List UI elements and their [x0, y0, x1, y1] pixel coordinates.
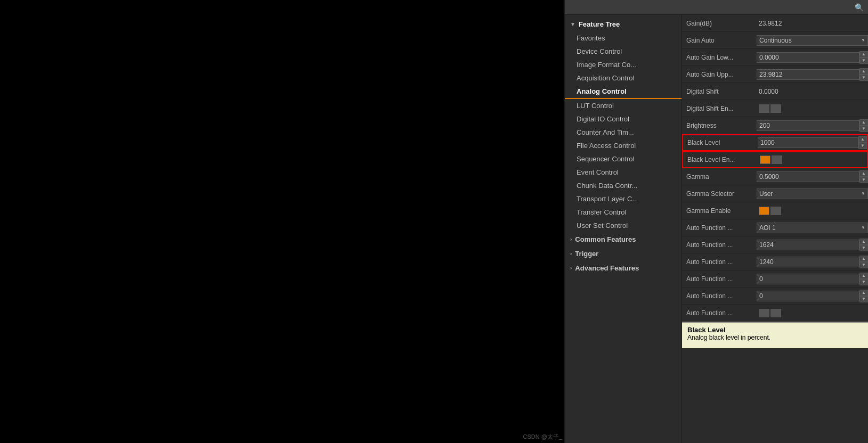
- prop-spinner-container-15: ▲▼: [757, 273, 868, 285]
- prop-toggle-17[interactable]: [757, 308, 868, 318]
- prop-spinner-down-9[interactable]: ▼: [859, 177, 868, 183]
- prop-spinner-down-16[interactable]: ▼: [859, 296, 868, 302]
- main-canvas: CSDN @太子_: [0, 0, 564, 443]
- tree-item-user-set-control[interactable]: User Set Control: [565, 219, 682, 232]
- prop-spinner-btns-14: ▲▼: [859, 256, 868, 268]
- prop-row-15: Auto Function ...▲▼: [682, 270, 868, 288]
- prop-row-17: Auto Function ...: [682, 305, 868, 322]
- prop-spinner-container-6: ▲▼: [757, 119, 868, 132]
- prop-row-14: Auto Function ...▲▼: [682, 253, 868, 270]
- toggle-part-2-5: [770, 104, 781, 113]
- tree-item-sequencer-control[interactable]: Sequencer Control: [565, 152, 682, 166]
- prop-spinner-input-16[interactable]: [757, 291, 859, 301]
- prop-label-0: Gain(dB): [682, 18, 757, 29]
- prop-spinner-down-14[interactable]: ▼: [859, 262, 868, 268]
- tree-item-event-control[interactable]: Event Control: [565, 166, 682, 179]
- prop-spinner-up-7[interactable]: ▲: [858, 136, 867, 143]
- prop-spinner-down-15[interactable]: ▼: [859, 279, 868, 285]
- prop-select-container-12[interactable]: AOI 1▼: [757, 223, 868, 233]
- prop-row-11: Gamma Enable: [682, 202, 868, 219]
- tree-item-lut-control[interactable]: LUT Control: [565, 99, 682, 112]
- toggle-part-1-5: [759, 104, 769, 113]
- prop-toggle-orange-switch-11[interactable]: [759, 207, 866, 215]
- prop-spinner-down-7[interactable]: ▼: [858, 143, 867, 149]
- prop-select-value-10: User: [759, 190, 773, 198]
- prop-spinner-input-3[interactable]: [757, 69, 859, 80]
- properties-panel: Gain(dB)23.9812Gain AutoContinuous▼Auto …: [682, 15, 868, 443]
- prop-spinner-up-14[interactable]: ▲: [859, 256, 868, 262]
- search-icon[interactable]: 🔍: [855, 3, 864, 12]
- group-chevron: ›: [570, 236, 572, 242]
- prop-toggle-orange-8[interactable]: [758, 154, 867, 165]
- prop-spinner-container-2: ▲▼: [757, 51, 868, 64]
- tree-item-acquisition-control[interactable]: Acquisition Control: [565, 71, 682, 85]
- prop-spinner-btns-15: ▲▼: [859, 273, 868, 285]
- tree-item-transfer-control[interactable]: Transfer Control: [565, 206, 682, 219]
- toggle-orange-part-1-11: [759, 207, 769, 215]
- prop-select-value-12: AOI 1: [759, 224, 776, 232]
- prop-toggle-switch-5[interactable]: [759, 104, 866, 113]
- prop-spinner-up-16[interactable]: ▲: [859, 290, 868, 296]
- feature-tree-chevron: ▼: [570, 21, 575, 27]
- prop-select-box-12[interactable]: AOI 1▼: [757, 223, 868, 233]
- prop-row-13: Auto Function ...▲▼: [682, 236, 868, 253]
- toggle-orange-part-1-8: [760, 155, 770, 164]
- tree-item-image-format[interactable]: Image Format Co...: [565, 58, 682, 71]
- prop-spinner-container-7: ▲▼: [758, 136, 867, 149]
- prop-select-container-1[interactable]: Continuous▼: [757, 35, 868, 46]
- prop-toggle-orange-switch-8[interactable]: [760, 155, 865, 164]
- prop-spinner-input-6[interactable]: [757, 120, 859, 131]
- prop-spinner-btns-13: ▲▼: [859, 239, 868, 251]
- prop-spinner-down-3[interactable]: ▼: [859, 75, 868, 81]
- prop-spinner-input-15[interactable]: [757, 274, 859, 284]
- watermark-text: CSDN @太子_: [523, 433, 562, 441]
- tree-group-common-features[interactable]: ›Common Features: [565, 232, 682, 247]
- prop-spinner-up-9[interactable]: ▲: [859, 170, 868, 177]
- prop-label-3: Auto Gain Upp...: [682, 69, 757, 80]
- prop-spinner-up-13[interactable]: ▲: [859, 239, 868, 245]
- prop-spinner-input-2[interactable]: [757, 52, 859, 63]
- tree-item-digital-io[interactable]: Digital IO Control: [565, 112, 682, 126]
- prop-row-10: Gamma SelectorUser▼: [682, 185, 868, 202]
- prop-label-2: Auto Gain Low...: [682, 52, 757, 63]
- prop-spinner-up-2[interactable]: ▲: [859, 51, 868, 58]
- prop-spinner-input-7[interactable]: [758, 137, 858, 148]
- tree-item-analog-control[interactable]: Analog Control: [565, 85, 682, 99]
- tooltip-box: Black Level Analog black level in percen…: [682, 322, 868, 348]
- tree-group-trigger[interactable]: ›Trigger: [565, 247, 682, 261]
- prop-spinner-down-2[interactable]: ▼: [859, 58, 868, 64]
- right-panel: 🔍 ▼ Feature Tree FavoritesDevice Control…: [564, 0, 868, 443]
- prop-spinner-input-9[interactable]: [757, 171, 859, 182]
- prop-spinner-up-6[interactable]: ▲: [859, 119, 868, 126]
- prop-spinner-down-13[interactable]: ▼: [859, 245, 868, 251]
- prop-spinner-btns-3: ▲▼: [859, 68, 868, 81]
- prop-spinner-up-3[interactable]: ▲: [859, 68, 868, 75]
- group-label: Common Features: [575, 235, 636, 243]
- prop-row-4: Digital Shift0.0000: [682, 83, 868, 100]
- tree-item-favorites[interactable]: Favorites: [565, 31, 682, 45]
- prop-select-arrow-12: ▼: [861, 225, 865, 230]
- prop-toggle-switch-17[interactable]: [759, 309, 866, 317]
- prop-spinner-input-14[interactable]: [757, 257, 859, 267]
- prop-select-container-10[interactable]: User▼: [757, 188, 868, 199]
- tooltip-description: Analog black level in percent.: [687, 334, 863, 341]
- prop-select-box-10[interactable]: User▼: [757, 188, 868, 199]
- tree-item-counter-and-tim[interactable]: Counter And Tim...: [565, 126, 682, 139]
- feature-tree-header[interactable]: ▼ Feature Tree: [565, 17, 682, 31]
- tree-item-device-control[interactable]: Device Control: [565, 45, 682, 58]
- prop-toggle-orange-11[interactable]: [757, 206, 868, 216]
- tree-item-chunk-data[interactable]: Chunk Data Contr...: [565, 179, 682, 192]
- prop-select-box-1[interactable]: Continuous▼: [757, 35, 868, 46]
- prop-toggle-5[interactable]: [757, 103, 868, 114]
- prop-row-9: Gamma▲▼: [682, 168, 868, 185]
- tree-groups-container: ›Common Features›Trigger›Advanced Featur…: [565, 232, 682, 275]
- toggle-part-1-17: [759, 309, 769, 317]
- tree-item-file-access[interactable]: File Access Control: [565, 139, 682, 152]
- prop-spinner-input-13[interactable]: [757, 240, 859, 250]
- prop-spinner-up-15[interactable]: ▲: [859, 273, 868, 279]
- tree-group-advanced-features[interactable]: ›Advanced Features: [565, 261, 682, 275]
- prop-row-12: Auto Function ...AOI 1▼: [682, 219, 868, 236]
- tree-item-transport-layer[interactable]: Transport Layer C...: [565, 192, 682, 206]
- prop-spinner-down-6[interactable]: ▼: [859, 126, 868, 132]
- prop-row-16: Auto Function ...▲▼: [682, 288, 868, 305]
